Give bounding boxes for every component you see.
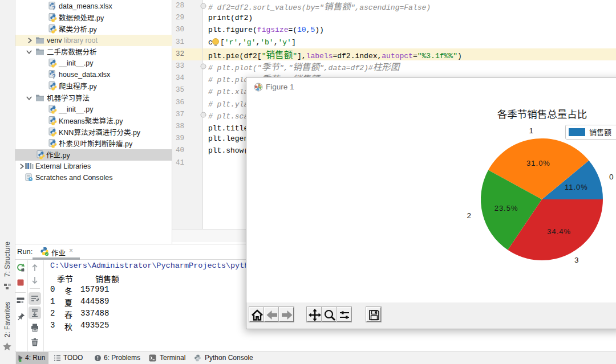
svg-text:2: 2	[467, 211, 471, 220]
svg-text:1: 1	[529, 126, 533, 135]
svg-text:11.0%: 11.0%	[565, 183, 588, 191]
svg-text:3: 3	[574, 256, 579, 264]
svg-text:各季节销售总量占比: 各季节销售总量占比	[497, 107, 587, 121]
svg-text:0: 0	[609, 173, 614, 181]
svg-text:销售额: 销售额	[589, 126, 611, 137]
svg-text:23.5%: 23.5%	[495, 204, 518, 212]
svg-text:31.0%: 31.0%	[526, 159, 550, 167]
svg-text:34.4%: 34.4%	[547, 227, 571, 236]
